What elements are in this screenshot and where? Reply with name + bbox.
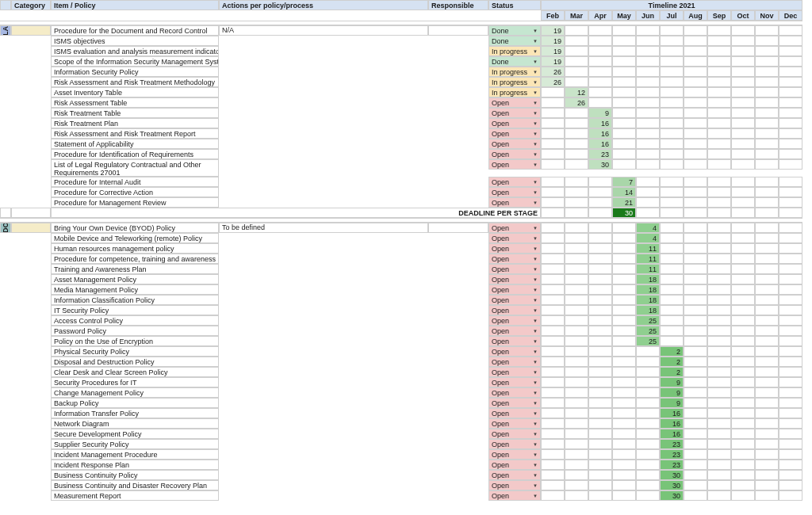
timeline-cell-empty	[636, 387, 660, 398]
timeline-cell-empty	[565, 367, 588, 377]
status-dropdown[interactable]: Open▼	[488, 460, 541, 470]
timeline-cell-empty	[684, 490, 707, 501]
timeline-cell-empty	[731, 187, 755, 197]
status-dropdown[interactable]: Open▼	[488, 118, 541, 128]
status-dropdown[interactable]: Open▼	[488, 254, 541, 264]
status-dropdown[interactable]: Open▼	[488, 346, 541, 357]
status-dropdown[interactable]: Open▼	[488, 377, 541, 387]
timeline-cell-empty	[779, 197, 802, 208]
status-dropdown[interactable]: Open▼	[488, 398, 541, 408]
status-dropdown[interactable]: In progress▼	[488, 87, 541, 97]
timeline-cell-empty	[684, 128, 707, 139]
timeline-cell-empty	[731, 377, 755, 387]
timeline-cell-empty	[541, 264, 565, 274]
timeline-cell: 2	[660, 367, 684, 377]
chevron-down-icon: ▼	[533, 471, 538, 480]
status-dropdown[interactable]: Open▼	[488, 336, 541, 346]
item-cell: Business Continuity and Disaster Recover…	[51, 480, 219, 490]
timeline-cell-empty	[612, 118, 636, 128]
timeline-cell-empty	[684, 326, 707, 336]
status-dropdown[interactable]: Open▼	[488, 490, 541, 501]
timeline-cell-empty	[731, 490, 755, 501]
timeline-cell-empty	[755, 118, 779, 128]
status-dropdown[interactable]: Open▼	[488, 108, 541, 118]
timeline-cell-empty	[588, 439, 612, 449]
timeline-cell-empty	[541, 295, 565, 305]
status-dropdown[interactable]: Open▼	[488, 274, 541, 284]
timeline-cell-empty	[541, 387, 565, 398]
timeline-cell-empty	[541, 357, 565, 367]
status-dropdown[interactable]: Open▼	[488, 223, 541, 233]
status-label: Open	[492, 420, 509, 428]
timeline-cell-empty	[612, 67, 636, 77]
status-dropdown[interactable]: In progress▼	[488, 46, 541, 56]
status-dropdown[interactable]: Open▼	[488, 284, 541, 295]
timeline-cell-empty	[660, 36, 684, 46]
header-blank	[0, 0, 11, 10]
timeline-cell: 9	[660, 398, 684, 408]
chevron-down-icon: ▼	[533, 286, 538, 295]
status-dropdown[interactable]: Open▼	[488, 387, 541, 398]
status-dropdown[interactable]: Open▼	[488, 159, 541, 170]
category-cell	[11, 223, 51, 233]
status-dropdown[interactable]: Open▼	[488, 429, 541, 439]
timeline-cell-empty	[636, 357, 660, 367]
timeline-cell-empty	[779, 177, 802, 187]
timeline-cell-empty	[779, 305, 802, 315]
status-dropdown[interactable]: Open▼	[488, 470, 541, 480]
item-cell: Supplier Security Policy	[51, 439, 219, 449]
timeline-cell-empty	[731, 429, 755, 439]
timeline-cell-empty	[636, 139, 660, 149]
status-dropdown[interactable]: Open▼	[488, 305, 541, 315]
chevron-down-icon: ▼	[533, 99, 538, 108]
status-dropdown[interactable]: In progress▼	[488, 77, 541, 87]
status-dropdown[interactable]: Open▼	[488, 357, 541, 367]
status-dropdown[interactable]: Open▼	[488, 243, 541, 254]
timeline-cell-empty	[779, 87, 802, 97]
status-dropdown[interactable]: Done▼	[488, 25, 541, 36]
status-dropdown[interactable]: Open▼	[488, 315, 541, 326]
status-dropdown[interactable]: Open▼	[488, 177, 541, 187]
timeline-cell-empty	[660, 46, 684, 56]
timeline-cell-empty	[565, 408, 588, 418]
item-cell: Risk Treatment Plan	[51, 118, 219, 128]
chevron-down-icon: ▼	[533, 109, 538, 118]
status-dropdown[interactable]: Open▼	[488, 326, 541, 336]
status-dropdown[interactable]: Open▼	[488, 480, 541, 490]
status-dropdown[interactable]: Open▼	[488, 408, 541, 418]
timeline-cell-empty	[779, 139, 802, 149]
status-dropdown[interactable]: Open▼	[488, 139, 541, 149]
item-cell: Human resources management policy	[51, 243, 219, 254]
status-dropdown[interactable]: Open▼	[488, 197, 541, 208]
status-dropdown[interactable]: Open▼	[488, 449, 541, 460]
status-dropdown[interactable]: Done▼	[488, 36, 541, 46]
status-dropdown[interactable]: Open▼	[488, 439, 541, 449]
timeline-cell-empty	[779, 264, 802, 274]
timeline-cell-empty	[779, 274, 802, 284]
timeline-cell-empty	[779, 408, 802, 418]
status-dropdown[interactable]: Done▼	[488, 56, 541, 67]
status-dropdown[interactable]: Open▼	[488, 264, 541, 274]
item-cell: Clear Desk and Clear Screen Policy	[51, 367, 219, 377]
timeline-cell-empty	[660, 159, 684, 170]
timeline-cell-empty	[731, 87, 755, 97]
header-month-oct: Oct	[731, 10, 755, 21]
status-dropdown[interactable]: Open▼	[488, 187, 541, 197]
timeline-cell-empty	[731, 346, 755, 357]
status-dropdown[interactable]: Open▼	[488, 97, 541, 108]
status-dropdown[interactable]: Open▼	[488, 128, 541, 139]
timeline-cell-empty	[612, 25, 636, 36]
timeline-cell-empty	[541, 439, 565, 449]
status-dropdown[interactable]: Open▼	[488, 418, 541, 429]
timeline-cell-empty	[612, 429, 636, 439]
header-status: Status	[488, 0, 541, 10]
timeline-cell-empty	[588, 77, 612, 87]
status-dropdown[interactable]: Open▼	[488, 295, 541, 305]
status-dropdown[interactable]: Open▼	[488, 233, 541, 243]
status-label: Open	[492, 307, 509, 315]
status-dropdown[interactable]: In progress▼	[488, 67, 541, 77]
status-dropdown[interactable]: Open▼	[488, 367, 541, 377]
timeline-cell-empty	[779, 284, 802, 295]
timeline-cell-empty	[636, 36, 660, 46]
status-dropdown[interactable]: Open▼	[488, 149, 541, 159]
